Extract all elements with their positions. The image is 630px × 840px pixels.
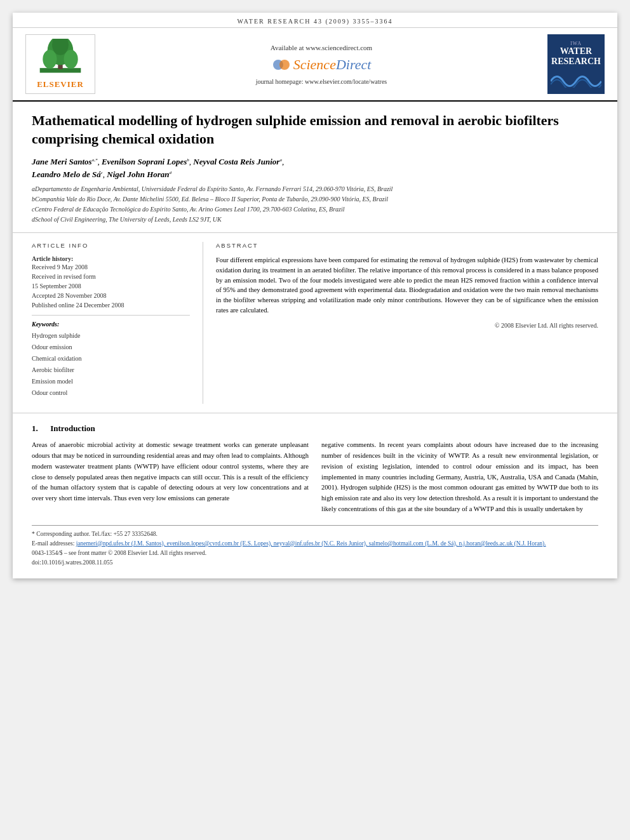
published-date: Published online 24 December 2008 bbox=[32, 300, 190, 310]
keywords-group: Keywords: Hydrogen sulphide Odour emissi… bbox=[32, 321, 190, 399]
corresponding-author: * Corresponding author. Tel./fax: +55 27… bbox=[32, 530, 598, 539]
banner-center: Available at www.sciencedirect.com Scien… bbox=[102, 34, 541, 94]
received-2-date: 15 September 2008 bbox=[32, 281, 190, 291]
author-4: Leandro Melo de Sá bbox=[32, 170, 101, 179]
introduction-columns: Areas of anaerobic microbial activity at… bbox=[32, 440, 598, 515]
sciencedirect-text: ScienceDirect bbox=[293, 57, 372, 73]
author-1-sup: a,* bbox=[92, 157, 98, 163]
keyword-2: Odour emission bbox=[32, 342, 190, 353]
copyright-text: © 2008 Elsevier Ltd. All rights reserved… bbox=[216, 322, 598, 329]
email-list: janemeri@npd.ufes.br (J.M. Santos), even… bbox=[76, 540, 546, 547]
water-research-logo: IWA WATER RESEARCH bbox=[547, 34, 605, 94]
sciencedirect-logo: ScienceDirect bbox=[272, 55, 372, 74]
keyword-3: Chemical oxidation bbox=[32, 353, 190, 364]
section-title-text: Introduction bbox=[50, 423, 95, 433]
keyword-6: Odour control bbox=[32, 387, 190, 399]
wr-journal-title: WATER RESEARCH bbox=[551, 46, 601, 66]
top-banner: ELSEVIER Available at www.sciencedirect.… bbox=[13, 28, 617, 102]
abstract-label: ABSTRACT bbox=[216, 242, 598, 249]
section-number: 1. bbox=[32, 423, 38, 433]
email-label: E-mail addresses: bbox=[32, 540, 74, 547]
article-info-column: ARTICLE INFO Article history: Received 9… bbox=[32, 242, 203, 404]
svg-point-7 bbox=[279, 60, 290, 70]
info-divider bbox=[32, 315, 190, 316]
journal-homepage-text: journal homepage: www.elsevier.com/locat… bbox=[256, 78, 387, 85]
keyword-5: Emission model bbox=[32, 376, 190, 387]
available-at-text: Available at www.sciencedirect.com bbox=[271, 44, 372, 51]
accepted-date: Accepted 28 November 2008 bbox=[32, 291, 190, 300]
sd-logo-icon bbox=[272, 55, 291, 74]
affiliations: aDepartamento de Engenharia Ambiental, U… bbox=[32, 184, 598, 225]
elsevier-brand-text: ELSEVIER bbox=[37, 79, 84, 90]
keywords-label: Keywords: bbox=[32, 321, 190, 328]
article-info-label: ARTICLE INFO bbox=[32, 242, 190, 249]
introduction-heading: 1. Introduction bbox=[32, 423, 598, 434]
author-2: Evenilson Soprani Lopes bbox=[102, 157, 187, 166]
journal-citation: WATER RESEARCH 43 (2009) 3355–3364 bbox=[237, 18, 392, 25]
intro-text-right: negative comments. In recent years compl… bbox=[321, 440, 598, 515]
history-label: Article history: bbox=[32, 255, 190, 262]
elsevier-logo: ELSEVIER bbox=[25, 34, 95, 94]
authors-line: Jane Meri Santosa,*, Evenilson Soprani L… bbox=[32, 156, 598, 180]
intro-col-right: negative comments. In recent years compl… bbox=[321, 440, 598, 515]
article-history: Article history: Received 9 May 2008 Rec… bbox=[32, 255, 190, 310]
abstract-column: ABSTRACT Four different empirical expres… bbox=[203, 242, 598, 404]
author-4-sup: c bbox=[101, 170, 103, 175]
author-3-sup: a bbox=[279, 157, 282, 163]
intro-text-left: Areas of anaerobic microbial activity at… bbox=[32, 440, 309, 504]
affiliation-a: aDepartamento de Engenharia Ambiental, U… bbox=[32, 184, 598, 194]
affiliation-b: bCompanhia Vale do Rio Doce, Av. Dante M… bbox=[32, 194, 598, 204]
main-content: 1. Introduction Areas of anaerobic micro… bbox=[13, 413, 617, 578]
abstract-text: Four different empirical expressions hav… bbox=[216, 255, 598, 316]
author-5: Nigel John Horan bbox=[107, 170, 169, 179]
author-1: Jane Meri Santos bbox=[32, 157, 92, 166]
keyword-4: Aerobic biofilter bbox=[32, 364, 190, 376]
received-2: Received in revised form bbox=[32, 272, 190, 281]
elsevier-tree-icon bbox=[35, 39, 86, 77]
svg-point-4 bbox=[64, 50, 78, 69]
author-5-sup: d bbox=[170, 170, 172, 175]
wr-iwa-label: IWA bbox=[570, 41, 582, 46]
svg-point-3 bbox=[43, 50, 57, 69]
wr-wave-icon bbox=[551, 69, 601, 88]
journal-header: WATER RESEARCH 43 (2009) 3355–3364 bbox=[13, 13, 617, 28]
received-1: Received 9 May 2008 bbox=[32, 262, 190, 272]
article-info-abstract: ARTICLE INFO Article history: Received 9… bbox=[13, 233, 617, 413]
paper-title-section: Mathematical modelling of hydrogen sulph… bbox=[13, 102, 617, 233]
paper-title: Mathematical modelling of hydrogen sulph… bbox=[32, 112, 598, 148]
affiliation-d: dSchool of Civil Engineering, The Univer… bbox=[32, 215, 598, 225]
page: WATER RESEARCH 43 (2009) 3355–3364 ELSEV… bbox=[13, 13, 617, 578]
keyword-1: Hydrogen sulphide bbox=[32, 330, 190, 342]
doi-line: doi:10.1016/j.watres.2008.11.055 bbox=[32, 558, 598, 568]
issn-line: 0043-1354/$ – see front matter © 2008 El… bbox=[32, 549, 598, 558]
intro-col-left: Areas of anaerobic microbial activity at… bbox=[32, 440, 309, 515]
footnotes: * Corresponding author. Tel./fax: +55 27… bbox=[32, 525, 598, 568]
affiliation-c: cCentro Federal de Educação Tecnológica … bbox=[32, 204, 598, 215]
email-addresses: E-mail addresses: janemeri@npd.ufes.br (… bbox=[32, 539, 598, 549]
author-2-sup: b bbox=[187, 157, 189, 163]
author-3: Neyval Costa Reis Junior bbox=[193, 157, 279, 166]
